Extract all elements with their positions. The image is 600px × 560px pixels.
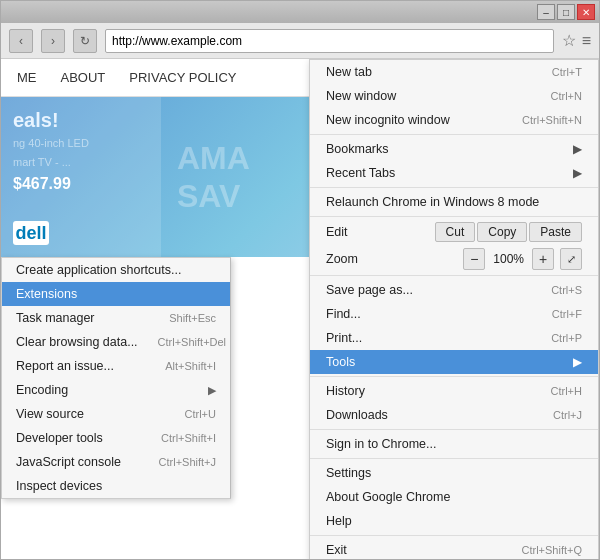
menu-item-downloads[interactable]: DownloadsCtrl+J	[310, 403, 598, 427]
menu-arrow-icon: ▶	[573, 166, 582, 180]
submenu-item-label: Report an issue...	[16, 359, 114, 373]
back-button[interactable]: ‹	[9, 29, 33, 53]
browser-window: – □ ✕ ‹ › ↻ ☆ ≡ ME ABOUT PRIVACY POLICY …	[0, 0, 600, 560]
bookmark-star-icon[interactable]: ☆	[562, 31, 576, 50]
menu-shortcut: Ctrl+H	[551, 385, 582, 397]
menu-item-new-tab[interactable]: New tabCtrl+T	[310, 60, 598, 84]
menu-item-print[interactable]: Print...Ctrl+P	[310, 326, 598, 350]
submenu-item-view-source[interactable]: View sourceCtrl+U	[2, 402, 230, 426]
menu-item-relaunch[interactable]: Relaunch Chrome in Windows 8 mode	[310, 190, 598, 214]
menu-divider	[310, 134, 598, 135]
menu-label: Help	[326, 514, 352, 528]
title-bar: – □ ✕	[1, 1, 599, 23]
submenu-shortcut: Ctrl+Shift+I	[161, 432, 216, 444]
menu-label: Save page as...	[326, 283, 413, 297]
submenu-item-javascript-console[interactable]: JavaScript consoleCtrl+Shift+J	[2, 450, 230, 474]
edit-paste-button[interactable]: Paste	[529, 222, 582, 242]
submenu-item-label: Create application shortcuts...	[16, 263, 181, 277]
site-nav-privacy[interactable]: PRIVACY POLICY	[129, 70, 236, 85]
zoom-decrease-button[interactable]: −	[463, 248, 485, 270]
menu-shortcut: Ctrl+Shift+N	[522, 114, 582, 126]
site-nav-about[interactable]: ABOUT	[61, 70, 106, 85]
submenu-shortcut: Shift+Esc	[169, 312, 216, 324]
menu-arrow-icon: ▶	[573, 355, 582, 369]
menu-label: Tools	[326, 355, 355, 369]
banner-product-desc2: mart TV - ...	[13, 155, 149, 170]
menu-label: History	[326, 384, 365, 398]
menu-item-exit[interactable]: ExitCtrl+Shift+Q	[310, 538, 598, 559]
menu-label: Print...	[326, 331, 362, 345]
submenu-item-label: View source	[16, 407, 84, 421]
menu-divider	[310, 376, 598, 377]
menu-item-about[interactable]: About Google Chrome	[310, 485, 598, 509]
zoom-row: Zoom−100%+⤢	[310, 245, 598, 273]
zoom-value: 100%	[487, 252, 530, 266]
menu-label: Settings	[326, 466, 371, 480]
edit-buttons: CutCopyPaste	[435, 222, 582, 242]
site-nav-home[interactable]: ME	[17, 70, 37, 85]
menu-shortcut: Ctrl+J	[553, 409, 582, 421]
submenu-shortcut: Alt+Shift+I	[165, 360, 216, 372]
zoom-increase-button[interactable]: +	[532, 248, 554, 270]
submenu-item-create-application-shortcuts[interactable]: Create application shortcuts...	[2, 258, 230, 282]
dell-logo: dell	[13, 221, 49, 245]
tools-submenu: Create application shortcuts...Extension…	[1, 257, 231, 499]
refresh-button[interactable]: ↻	[73, 29, 97, 53]
edit-copy-button[interactable]: Copy	[477, 222, 527, 242]
menu-divider	[310, 458, 598, 459]
menu-item-sign-in[interactable]: Sign in to Chrome...	[310, 432, 598, 456]
menu-item-help[interactable]: Help	[310, 509, 598, 533]
menu-item-tools[interactable]: Tools▶	[310, 350, 598, 374]
submenu-item-clear-browsing-data[interactable]: Clear browsing data...Ctrl+Shift+Del	[2, 330, 230, 354]
submenu-shortcut: Ctrl+U	[185, 408, 216, 420]
menu-item-bookmarks[interactable]: Bookmarks▶	[310, 137, 598, 161]
page-area: ME ABOUT PRIVACY POLICY eals! ng 40-inch…	[1, 59, 599, 559]
forward-button[interactable]: ›	[41, 29, 65, 53]
submenu-item-label: Extensions	[16, 287, 77, 301]
menu-label: Exit	[326, 543, 347, 557]
edit-label: Edit	[326, 225, 435, 239]
menu-item-history[interactable]: HistoryCtrl+H	[310, 379, 598, 403]
menu-divider	[310, 535, 598, 536]
menu-label: Find...	[326, 307, 361, 321]
submenu-item-extensions[interactable]: Extensions	[2, 282, 230, 306]
menu-item-new-incognito[interactable]: New incognito windowCtrl+Shift+N	[310, 108, 598, 132]
menu-label: Recent Tabs	[326, 166, 395, 180]
menu-item-recent-tabs[interactable]: Recent Tabs▶	[310, 161, 598, 185]
menu-item-new-window[interactable]: New windowCtrl+N	[310, 84, 598, 108]
minimize-button[interactable]: –	[537, 4, 555, 20]
menu-item-find[interactable]: Find...Ctrl+F	[310, 302, 598, 326]
menu-divider	[310, 429, 598, 430]
menu-divider	[310, 187, 598, 188]
chrome-menu: New tabCtrl+TNew windowCtrl+NNew incogni…	[309, 59, 599, 559]
submenu-item-label: Task manager	[16, 311, 95, 325]
close-button[interactable]: ✕	[577, 4, 595, 20]
menu-shortcut: Ctrl+Shift+Q	[521, 544, 582, 556]
submenu-item-label: Clear browsing data...	[16, 335, 138, 349]
menu-label: Downloads	[326, 408, 388, 422]
menu-shortcut: Ctrl+P	[551, 332, 582, 344]
zoom-fullscreen-button[interactable]: ⤢	[560, 248, 582, 270]
banner-left: eals! ng 40-inch LED mart TV - ... $467.…	[1, 97, 161, 257]
menu-label: Relaunch Chrome in Windows 8 mode	[326, 195, 539, 209]
menu-item-settings[interactable]: Settings	[310, 461, 598, 485]
zoom-controls: −100%+⤢	[463, 248, 582, 270]
submenu-item-developer-tools[interactable]: Developer toolsCtrl+Shift+I	[2, 426, 230, 450]
chrome-menu-icon[interactable]: ≡	[582, 32, 591, 50]
banner-deals-text: eals!	[13, 109, 149, 132]
menu-shortcut: Ctrl+T	[552, 66, 582, 78]
edit-cut-button[interactable]: Cut	[435, 222, 476, 242]
menu-label: New tab	[326, 65, 372, 79]
submenu-shortcut: Ctrl+Shift+J	[159, 456, 216, 468]
edit-row: EditCutCopyPaste	[310, 219, 598, 245]
maximize-button[interactable]: □	[557, 4, 575, 20]
submenu-item-task-manager[interactable]: Task managerShift+Esc	[2, 306, 230, 330]
menu-divider	[310, 275, 598, 276]
submenu-item-encoding[interactable]: Encoding▶	[2, 378, 230, 402]
menu-item-save-page[interactable]: Save page as...Ctrl+S	[310, 278, 598, 302]
menu-label: New window	[326, 89, 396, 103]
submenu-item-inspect-devices[interactable]: Inspect devices	[2, 474, 230, 498]
submenu-item-report-an-issue[interactable]: Report an issue...Alt+Shift+I	[2, 354, 230, 378]
address-bar[interactable]	[105, 29, 554, 53]
menu-shortcut: Ctrl+S	[551, 284, 582, 296]
